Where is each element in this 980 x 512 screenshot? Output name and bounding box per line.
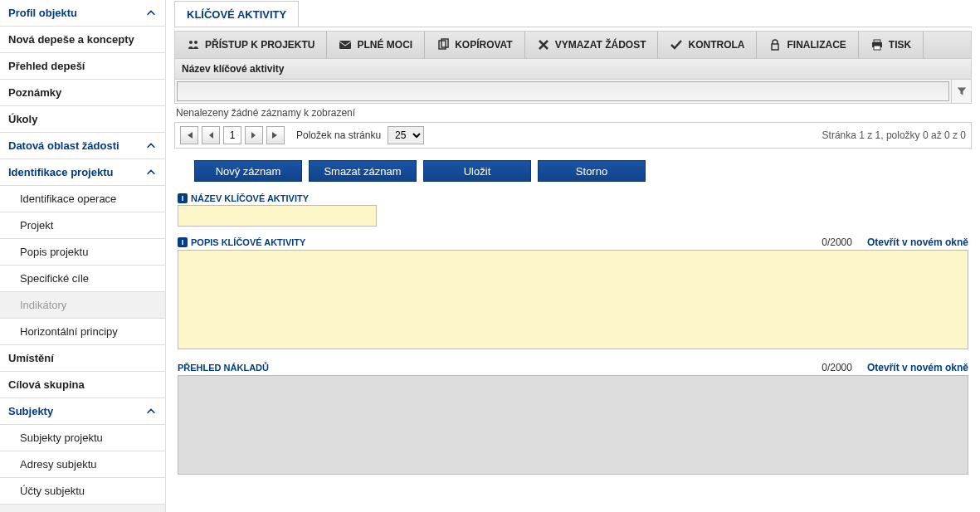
pager-next[interactable]: [245, 126, 263, 144]
pager: Položek na stránku 25 Stránka 1 z 1, pol…: [174, 122, 972, 149]
svg-point-0: [189, 41, 193, 44]
nav-horizontalni-principy[interactable]: Horizontální principy: [0, 319, 165, 345]
svg-rect-2: [339, 41, 351, 49]
chevron-up-icon: [145, 7, 157, 19]
x-icon: [537, 38, 550, 51]
save-button[interactable]: Uložit: [423, 160, 531, 182]
toolbar: PŘÍSTUP K PROJEKTU PLNÉ MOCI KOPÍROVAT V…: [174, 31, 972, 59]
toolbar-kontrola[interactable]: KONTROLA: [658, 32, 757, 58]
pager-prev[interactable]: [202, 126, 220, 144]
nav-nova-depese[interactable]: Nová depeše a koncepty: [0, 27, 165, 53]
required-icon: i: [178, 237, 188, 247]
sidebar: Profil objektu Nová depeše a koncepty Př…: [0, 0, 166, 512]
cancel-button[interactable]: Storno: [538, 160, 646, 182]
action-buttons: Nový záznam Smazat záznam Uložit Storno: [194, 160, 972, 182]
svg-rect-5: [772, 44, 778, 50]
grid-header-nazev[interactable]: Název klíčové aktivity: [174, 59, 972, 80]
delete-button[interactable]: Smazat záznam: [309, 160, 417, 182]
svg-rect-8: [874, 46, 880, 50]
nav-adresy-subjektu[interactable]: Adresy subjektu: [0, 451, 165, 478]
toolbar-label: TISK: [889, 39, 911, 51]
costs-textarea[interactable]: [178, 375, 968, 475]
section-label: Subjekty: [8, 405, 53, 417]
chevron-up-icon: [145, 167, 157, 178]
chevron-up-icon: [145, 140, 157, 152]
tabs: KLÍČOVÉ AKTIVITY: [174, 0, 972, 27]
toolbar-vymazat[interactable]: VYMAZAT ŽÁDOST: [525, 32, 659, 58]
filter-icon: [957, 86, 967, 96]
nav-projekt[interactable]: Projekt: [0, 212, 165, 239]
main-content: KLÍČOVÉ AKTIVITY PŘÍSTUP K PROJEKTU PLNÉ…: [166, 0, 980, 512]
toolbar-label: KONTROLA: [688, 39, 744, 51]
nav-popis-projektu[interactable]: Popis projektu: [0, 239, 165, 266]
prev-icon: [207, 131, 214, 139]
last-icon: [271, 131, 280, 139]
toolbar-finalizace[interactable]: FINALIZACE: [757, 32, 858, 58]
section-profil-objektu[interactable]: Profil objektu: [0, 0, 165, 27]
section-label: Datová oblast žádosti: [8, 139, 119, 152]
lock-icon: [768, 38, 782, 51]
next-icon: [251, 131, 257, 139]
section-identifikace-projektu[interactable]: Identifikace projektu: [0, 159, 165, 186]
desc-open-new-window[interactable]: Otevřít v novém okně: [867, 236, 968, 248]
section-label: Profil objektu: [8, 7, 77, 19]
section-label: Identifikace projektu: [8, 166, 113, 178]
nav-verejna-podpora[interactable]: Veřejná podpora: [0, 505, 165, 512]
filter-input-nazev[interactable]: [177, 81, 949, 101]
toolbar-tisk[interactable]: TISK: [859, 32, 924, 58]
toolbar-label: PLNÉ MOCI: [357, 39, 412, 51]
people-icon: [187, 38, 200, 51]
costs-counter: 0/2000: [822, 362, 852, 373]
nav-indikatory[interactable]: Indikátory: [0, 292, 165, 319]
name-input[interactable]: [178, 205, 377, 227]
copy-icon: [436, 38, 450, 51]
pager-last[interactable]: [266, 126, 285, 144]
toolbar-kopirovat[interactable]: KOPÍROVAT: [425, 32, 525, 58]
toolbar-label: VYMAZAT ŽÁDOST: [555, 39, 646, 51]
form-area: i NÁZEV KLÍČOVÉ AKTIVITY i POPIS KLÍČOVÉ…: [178, 193, 968, 487]
first-icon: [185, 131, 193, 139]
grid-empty-message: Nenalezeny žádné záznamy k zobrazení: [174, 104, 972, 122]
nav-cilova-skupina[interactable]: Cílová skupina: [0, 372, 165, 398]
nav-identifikace-operace[interactable]: Identifikace operace: [0, 186, 165, 212]
new-button[interactable]: Nový záznam: [194, 160, 302, 182]
name-label: i NÁZEV KLÍČOVÉ AKTIVITY: [178, 193, 309, 203]
costs-label: PŘEHLED NÁKLADŮ: [178, 363, 269, 373]
pager-items-select[interactable]: 25: [388, 126, 424, 144]
pager-first[interactable]: [180, 126, 198, 144]
toolbar-label: FINALIZACE: [787, 39, 846, 51]
nav-prehled-depesi[interactable]: Přehled depeší: [0, 53, 165, 80]
nav-umisteni[interactable]: Umístění: [0, 345, 165, 372]
costs-open-new-window[interactable]: Otevřít v novém okně: [867, 362, 968, 373]
desc-counter: 0/2000: [822, 236, 852, 248]
nav-specificke-cile[interactable]: Specifické cíle: [0, 266, 165, 292]
desc-textarea[interactable]: [178, 250, 968, 349]
nav-subjekty-projektu[interactable]: Subjekty projektu: [0, 425, 165, 451]
section-datova-oblast[interactable]: Datová oblast žádosti: [0, 133, 165, 159]
toolbar-label: KOPÍROVAT: [455, 39, 513, 51]
nav-poznamky[interactable]: Poznámky: [0, 80, 165, 106]
filter-button[interactable]: [951, 80, 971, 103]
check-icon: [670, 38, 683, 51]
print-icon: [870, 38, 884, 51]
toolbar-pristup[interactable]: PŘÍSTUP K PROJEKTU: [175, 32, 327, 58]
chevron-up-icon: [145, 406, 157, 417]
desc-label: i POPIS KLÍČOVÉ AKTIVITY: [178, 237, 305, 247]
toolbar-plne-moci[interactable]: PLNÉ MOCI: [327, 32, 425, 58]
required-icon: i: [178, 193, 188, 203]
pager-items-label: Položek na stránku: [296, 129, 381, 141]
svg-rect-6: [874, 40, 880, 42]
tab-klicove-aktivity[interactable]: KLÍČOVÉ AKTIVITY: [174, 1, 299, 27]
toolbar-label: PŘÍSTUP K PROJEKTU: [205, 39, 314, 51]
pager-summary: Stránka 1 z 1, položky 0 až 0 z 0: [822, 129, 966, 141]
nav-ucty-subjektu[interactable]: Účty subjektu: [0, 478, 165, 505]
section-subjekty[interactable]: Subjekty: [0, 398, 165, 425]
svg-point-1: [194, 41, 197, 44]
nav-ukoly[interactable]: Úkoly: [0, 106, 165, 133]
envelope-icon: [339, 38, 352, 51]
filter-row: [174, 80, 972, 104]
pager-page-input[interactable]: [223, 126, 241, 144]
